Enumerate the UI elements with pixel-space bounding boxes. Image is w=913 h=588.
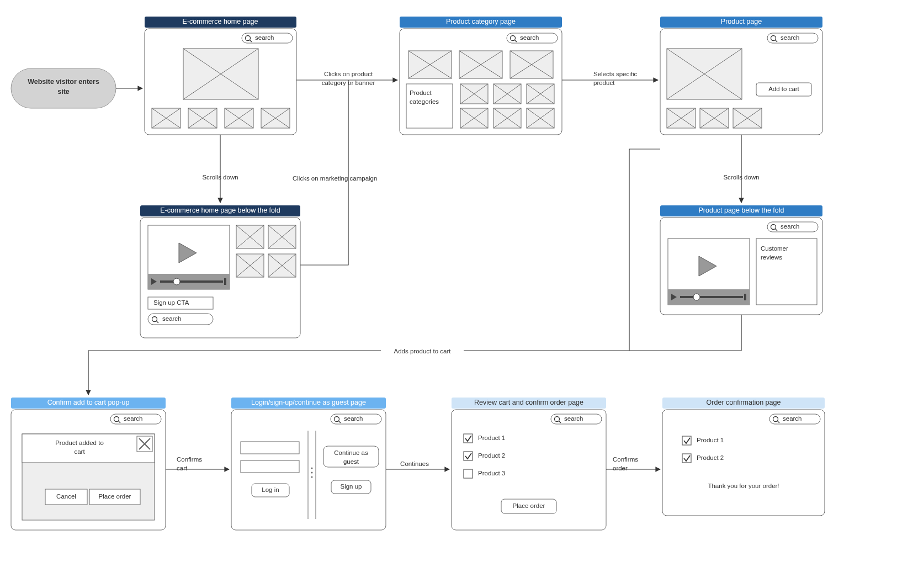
svg-text:Product 2: Product 2 xyxy=(478,452,505,459)
popup-msg-1: Product added to xyxy=(55,439,104,446)
password-field[interactable] xyxy=(241,460,299,473)
svg-text:product: product xyxy=(593,80,615,86)
home-title: E-commerce home page xyxy=(183,18,258,25)
product-page-node: Product page search Add to cart xyxy=(660,17,822,135)
svg-text:Product 3: Product 3 xyxy=(478,470,505,476)
svg-text:Scrolls down: Scrolls down xyxy=(202,174,238,181)
edge-home-scrolls: Scrolls down xyxy=(202,135,238,203)
svg-text:search: search xyxy=(781,34,800,41)
product-thumb-2 xyxy=(700,108,729,128)
popup-msg-2: cart xyxy=(74,448,85,455)
svg-text:Add to cart: Add to cart xyxy=(768,86,799,92)
home-fold-thumb-1 xyxy=(236,225,264,248)
svg-rect-128 xyxy=(744,294,746,300)
svg-text:search: search xyxy=(344,415,363,422)
home-fold-node: E-commerce home page below the fold Sign… xyxy=(140,205,300,338)
product-search[interactable]: search xyxy=(767,33,818,43)
category-search[interactable]: search xyxy=(507,33,558,43)
home-search[interactable]: search xyxy=(242,33,293,43)
edge-continues: Continues xyxy=(386,460,449,469)
cat-categories-box: Product categories xyxy=(406,84,453,128)
svg-text:search: search xyxy=(783,415,802,422)
svg-text:guest: guest xyxy=(343,458,359,465)
edge-home-category: Clicks on product category or banner xyxy=(296,71,397,86)
svg-text:Place order: Place order xyxy=(513,502,545,509)
confirm-popup-search[interactable]: search xyxy=(110,414,161,424)
svg-rect-141 xyxy=(22,434,155,463)
order-conf-title: Order confirmation page xyxy=(707,399,781,406)
product-fold-video[interactable] xyxy=(668,239,750,305)
svg-rect-197 xyxy=(682,454,691,463)
svg-point-96 xyxy=(173,278,180,285)
svg-text:search: search xyxy=(124,415,143,422)
svg-text:Confirms: Confirms xyxy=(177,456,202,463)
svg-text:Product 2: Product 2 xyxy=(697,454,724,461)
home-thumb-3 xyxy=(225,108,253,128)
svg-text:Product: Product xyxy=(410,89,432,96)
product-thumb-3 xyxy=(733,108,762,128)
signup-button[interactable]: Sign up xyxy=(331,480,371,494)
product-fold-search[interactable]: search xyxy=(767,222,818,232)
svg-text:search: search xyxy=(564,415,583,422)
product-title: Product page xyxy=(721,18,762,25)
svg-text:reviews: reviews xyxy=(761,254,782,261)
svg-text:Adds product to cart: Adds product to cart xyxy=(394,348,452,354)
category-title: Product category page xyxy=(446,18,516,25)
cat-thumb-b4 xyxy=(460,108,488,128)
svg-text:search: search xyxy=(781,223,800,230)
place-order-button-review[interactable]: Place order xyxy=(501,499,556,513)
add-to-cart-button[interactable]: Add to cart xyxy=(756,83,811,96)
svg-text:Selects specific: Selects specific xyxy=(593,71,638,77)
svg-point-163 xyxy=(311,472,313,474)
product-fold-title: Product page below the fold xyxy=(699,206,784,214)
review-title: Review cart and confirm order page xyxy=(474,399,583,406)
cat-thumb-a2 xyxy=(459,51,502,78)
start-label-1: Website visitor enters xyxy=(28,78,99,86)
product-thumb-1 xyxy=(667,108,696,128)
cat-thumb-b1 xyxy=(460,84,488,104)
svg-point-164 xyxy=(311,476,313,478)
start-node: Website visitor enters site xyxy=(11,68,116,108)
login-search[interactable]: search xyxy=(331,414,381,424)
home-thumb-4 xyxy=(261,108,290,128)
svg-text:Place order: Place order xyxy=(99,493,131,500)
order-conf-search[interactable]: search xyxy=(769,414,820,424)
svg-text:Log in: Log in xyxy=(262,486,279,493)
username-field[interactable] xyxy=(241,442,299,454)
svg-text:Sign up: Sign up xyxy=(340,483,362,490)
home-fold-thumb-4 xyxy=(268,254,296,277)
edge-campaign: Clicks on marketing campaign xyxy=(293,80,377,265)
review-node: Review cart and confirm order page searc… xyxy=(452,398,606,530)
continue-guest-button[interactable]: Continue as guest xyxy=(323,446,379,467)
signup-cta-button[interactable]: Sign up CTA xyxy=(148,297,213,309)
svg-text:categories: categories xyxy=(410,98,439,105)
svg-text:Sign up CTA: Sign up CTA xyxy=(153,299,189,306)
svg-rect-97 xyxy=(224,278,226,285)
place-order-button-popup[interactable]: Place order xyxy=(89,489,140,505)
svg-text:search: search xyxy=(255,34,274,41)
svg-text:cart: cart xyxy=(177,465,188,472)
home-fold-search[interactable]: search xyxy=(148,314,213,325)
cat-thumb-b5 xyxy=(493,108,521,128)
svg-text:search: search xyxy=(520,34,539,41)
svg-text:Continues: Continues xyxy=(400,460,429,467)
category-page-node: Product category page search Product cat… xyxy=(400,17,562,135)
svg-text:Clicks on product: Clicks on product xyxy=(324,71,373,77)
edge-confirms-order: Confirms order xyxy=(606,456,660,472)
home-fold-title: E-commerce home page below the fold xyxy=(160,206,280,214)
review-search[interactable]: search xyxy=(551,414,602,424)
login-node: Login/sign-up/continue as guest page sea… xyxy=(231,398,386,530)
svg-point-127 xyxy=(693,294,700,300)
edge-category-product: Selects specific product xyxy=(562,71,658,86)
start-label-2: site xyxy=(57,88,70,96)
popup-close-button[interactable] xyxy=(137,436,152,452)
cancel-button[interactable]: Cancel xyxy=(45,489,87,505)
home-fold-video[interactable] xyxy=(148,225,230,289)
customer-reviews-box: Customer reviews xyxy=(756,239,817,305)
product-fold-node: Product page below the fold search Custo… xyxy=(660,205,822,315)
cat-thumb-b2 xyxy=(493,84,521,104)
svg-point-162 xyxy=(311,468,313,469)
login-button[interactable]: Log in xyxy=(252,484,289,497)
svg-text:Clicks on marketing campaign: Clicks on marketing campaign xyxy=(293,175,377,182)
cat-thumb-a3 xyxy=(510,51,553,78)
